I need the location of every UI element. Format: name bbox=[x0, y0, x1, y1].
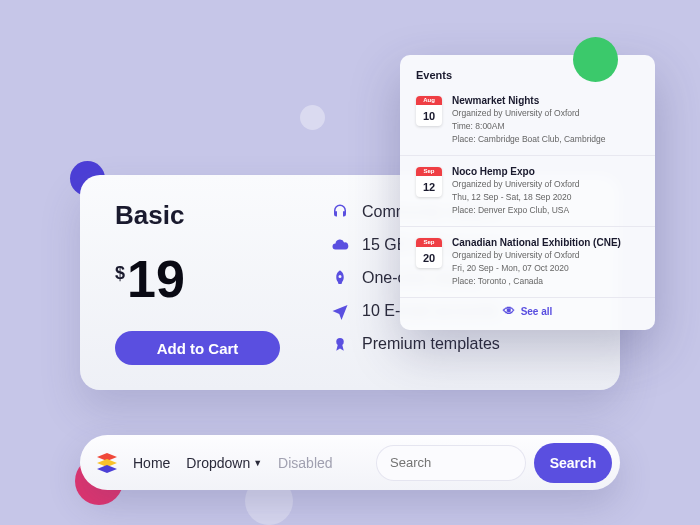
eye-icon: 👁 bbox=[503, 304, 515, 318]
event-item[interactable]: Aug 10 Newmarket Nights Organized by Uni… bbox=[400, 85, 655, 156]
see-all-link[interactable]: 👁 See all bbox=[400, 298, 655, 320]
price: $ 19 bbox=[115, 253, 315, 305]
plan-name: Basic bbox=[115, 200, 315, 231]
event-place: Place: Cambridge Boat Club, Cambridge bbox=[452, 134, 606, 145]
calendar-month: Sep bbox=[416, 238, 442, 247]
plane-icon bbox=[330, 301, 350, 321]
nav-home[interactable]: Home bbox=[133, 455, 170, 471]
decoration-circle bbox=[300, 105, 325, 130]
search-input[interactable] bbox=[376, 445, 526, 481]
event-name: Newmarket Nights bbox=[452, 95, 606, 106]
add-to-cart-button[interactable]: Add to Cart bbox=[115, 331, 280, 365]
medal-icon bbox=[330, 334, 350, 354]
rocket-icon bbox=[330, 268, 350, 288]
calendar-badge: Aug 10 bbox=[416, 96, 442, 126]
see-all-label: See all bbox=[521, 306, 553, 317]
feature-label: Premium templates bbox=[362, 335, 500, 353]
events-title: Events bbox=[400, 69, 655, 85]
calendar-month: Aug bbox=[416, 96, 442, 105]
calendar-day: 20 bbox=[416, 247, 442, 268]
calendar-badge: Sep 12 bbox=[416, 167, 442, 197]
svg-point-0 bbox=[336, 338, 344, 346]
event-place: Place: Denver Expo Club, USA bbox=[452, 205, 580, 216]
event-item[interactable]: Sep 12 Noco Hemp Expo Organized by Unive… bbox=[400, 156, 655, 227]
calendar-day: 12 bbox=[416, 176, 442, 197]
calendar-day: 10 bbox=[416, 105, 442, 126]
event-date: Thu, 12 Sep - Sat, 18 Sep 2020 bbox=[452, 192, 580, 203]
decoration-circle bbox=[573, 37, 618, 82]
price-value: 19 bbox=[127, 253, 185, 305]
cloud-icon bbox=[330, 235, 350, 255]
nav-dropdown-label: Dropdown bbox=[186, 455, 250, 471]
event-organizer: Organized by University of Oxford bbox=[452, 108, 606, 119]
nav-disabled: Disabled bbox=[278, 455, 332, 471]
currency-symbol: $ bbox=[115, 263, 125, 284]
calendar-badge: Sep 20 bbox=[416, 238, 442, 268]
events-panel: Events Aug 10 Newmarket Nights Organized… bbox=[400, 55, 655, 330]
event-time: Time: 8:00AM bbox=[452, 121, 606, 132]
nav-dropdown[interactable]: Dropdown ▼ bbox=[186, 455, 262, 471]
logo-icon bbox=[95, 452, 119, 474]
event-place: Place: Toronto , Canada bbox=[452, 276, 621, 287]
search-button[interactable]: Search bbox=[534, 443, 612, 483]
event-name: Canadian National Exhibition (CNE) bbox=[452, 237, 621, 248]
chevron-down-icon: ▼ bbox=[253, 458, 262, 468]
event-name: Noco Hemp Expo bbox=[452, 166, 580, 177]
calendar-month: Sep bbox=[416, 167, 442, 176]
headset-icon bbox=[330, 202, 350, 222]
event-item[interactable]: Sep 20 Canadian National Exhibition (CNE… bbox=[400, 227, 655, 298]
event-organizer: Organized by University of Oxford bbox=[452, 250, 621, 261]
event-organizer: Organized by University of Oxford bbox=[452, 179, 580, 190]
event-date: Fri, 20 Sep - Mon, 07 Oct 2020 bbox=[452, 263, 621, 274]
feature-item: Premium templates bbox=[330, 334, 590, 354]
navbar: Home Dropdown ▼ Disabled Search bbox=[80, 435, 620, 490]
